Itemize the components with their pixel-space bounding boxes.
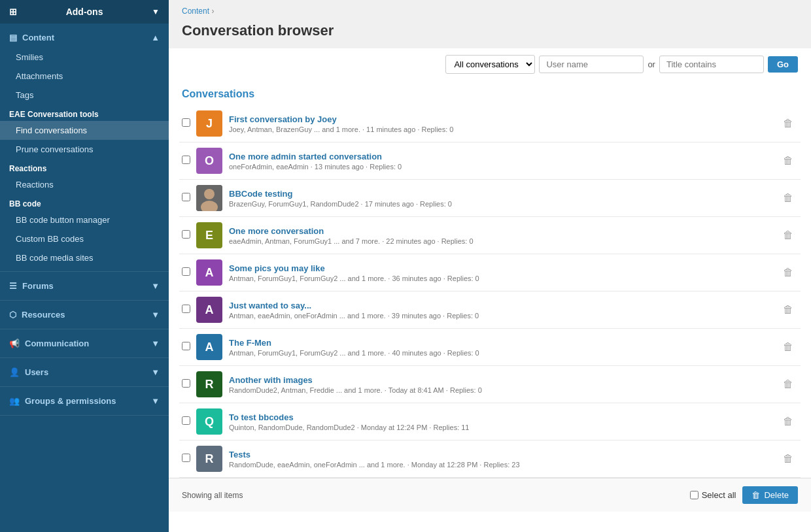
- conversation-meta: RandomDude, eaeAdmin, oneForAdmin ... an…: [229, 461, 778, 469]
- delete-row-button[interactable]: 🗑: [778, 416, 798, 427]
- filter-bar: All conversationsStarted by userInvolvin…: [169, 48, 811, 80]
- conversation-title[interactable]: Another with images: [229, 375, 778, 385]
- table-row: BBCode testing BrazenGuy, ForumGuy1, Ran…: [179, 180, 801, 217]
- table-row: A Some pics you may like Antman, ForumGu…: [179, 254, 801, 291]
- resources-label: Resources: [22, 310, 151, 320]
- title-contains-input[interactable]: [659, 56, 764, 73]
- conversation-info: One more admin started conversation oneF…: [229, 152, 778, 171]
- row-checkbox[interactable]: [182, 454, 190, 462]
- conversation-title[interactable]: The F-Men: [229, 338, 778, 348]
- delete-row-button[interactable]: 🗑: [778, 453, 798, 465]
- users-section-header[interactable]: 👤 Users ▼: [0, 362, 169, 382]
- resources-chevron: ▼: [151, 310, 160, 320]
- row-checkbox[interactable]: [182, 342, 190, 350]
- sidebar-item-smilies[interactable]: Smilies: [0, 48, 169, 67]
- username-input[interactable]: [539, 56, 644, 73]
- conversation-title[interactable]: Just wanted to say...: [229, 301, 778, 310]
- conversation-meta: Quinton, RandomDude, RandomDude2 · Monda…: [229, 424, 778, 431]
- groups-section: 👥 Groups & permissions ▼: [0, 387, 169, 416]
- users-section: 👤 Users ▼: [0, 358, 169, 387]
- row-checkbox[interactable]: [182, 305, 190, 313]
- conversation-title[interactable]: BBCode testing: [229, 189, 778, 199]
- or-text: or: [647, 59, 655, 69]
- forums-label: Forums: [22, 281, 151, 291]
- bbcode-group-label: BB code: [0, 194, 169, 210]
- row-checkbox[interactable]: [182, 267, 190, 276]
- sidebar-item-custom-bbcode[interactable]: Custom BB codes: [0, 229, 169, 248]
- resources-icon: ⬡: [9, 310, 16, 320]
- sidebar-item-find-conversations[interactable]: Find conversations: [0, 121, 169, 140]
- conversations-filter-select[interactable]: All conversationsStarted by userInvolvin…: [445, 55, 535, 74]
- delete-button[interactable]: 🗑 Delete: [742, 486, 798, 504]
- delete-row-button[interactable]: 🗑: [778, 267, 798, 278]
- communication-section-header[interactable]: 📢 Communication ▼: [0, 333, 169, 354]
- row-checkbox[interactable]: [182, 193, 190, 201]
- forums-section-header[interactable]: ☰ Forums ▼: [0, 276, 169, 296]
- conversation-title[interactable]: First conversation by Joey: [229, 114, 778, 124]
- delete-row-button[interactable]: 🗑: [778, 378, 798, 390]
- delete-row-button[interactable]: 🗑: [778, 229, 798, 241]
- addons-icon: ⊞: [9, 7, 17, 17]
- conversation-title[interactable]: To test bbcodes: [229, 412, 778, 422]
- delete-row-button[interactable]: 🗑: [778, 192, 798, 204]
- select-all-label[interactable]: Select all: [690, 490, 736, 500]
- avatar: A: [196, 259, 222, 286]
- addons-header[interactable]: ⊞ Add-ons ▼: [0, 0, 169, 24]
- table-row: Q To test bbcodes Quinton, RandomDude, R…: [179, 403, 801, 441]
- row-checkbox[interactable]: [182, 230, 190, 239]
- users-label: Users: [25, 367, 151, 377]
- conversation-info: One more conversation eaeAdmin, Antman, …: [229, 226, 778, 245]
- conversation-title[interactable]: One more admin started conversation: [229, 152, 778, 161]
- avatar: O: [196, 148, 222, 174]
- conversation-title[interactable]: One more conversation: [229, 226, 778, 236]
- showing-text: Showing all items: [182, 491, 243, 500]
- resources-section: ⬡ Resources ▼: [0, 301, 169, 329]
- resources-section-header[interactable]: ⬡ Resources ▼: [0, 305, 169, 325]
- avatar: R: [196, 371, 222, 397]
- delete-row-button[interactable]: 🗑: [778, 304, 798, 316]
- sidebar-item-attachments[interactable]: Attachments: [0, 67, 169, 86]
- row-checkbox-container: [182, 454, 196, 464]
- row-checkbox-container: [182, 193, 196, 203]
- row-checkbox[interactable]: [182, 156, 190, 164]
- delete-row-button[interactable]: 🗑: [778, 155, 798, 167]
- groups-section-header[interactable]: 👥 Groups & permissions ▼: [0, 391, 169, 411]
- forums-chevron: ▼: [151, 281, 160, 291]
- users-icon: 👤: [9, 367, 20, 377]
- communication-icon: 📢: [9, 339, 20, 348]
- sidebar-item-bbcode-media[interactable]: BB code media sites: [0, 248, 169, 267]
- breadcrumb-content[interactable]: Content: [182, 7, 209, 16]
- conversation-meta: BrazenGuy, ForumGuy1, RandomDude2 · 17 m…: [229, 200, 778, 208]
- groups-icon: 👥: [9, 396, 20, 406]
- row-checkbox[interactable]: [182, 416, 190, 425]
- avatar: J: [196, 110, 222, 137]
- conversation-title[interactable]: Tests: [229, 450, 778, 459]
- main-content: Content › Conversation browser All conve…: [169, 0, 811, 532]
- row-checkbox[interactable]: [182, 379, 190, 388]
- row-checkbox-container: [182, 416, 196, 427]
- conversation-info: Just wanted to say... Antman, eaeAdmin, …: [229, 301, 778, 320]
- go-button[interactable]: Go: [768, 56, 798, 73]
- conversation-title[interactable]: Some pics you may like: [229, 263, 778, 273]
- svg-point-1: [204, 189, 215, 199]
- row-checkbox-container: [182, 267, 196, 278]
- conversation-info: Tests RandomDude, eaeAdmin, oneForAdmin …: [229, 450, 778, 469]
- avatar: R: [196, 446, 222, 472]
- select-all-checkbox[interactable]: [690, 491, 699, 499]
- groups-label: Groups & permissions: [25, 396, 151, 406]
- list-footer: Showing all items Select all 🗑 Delete: [169, 478, 811, 512]
- content-section-header[interactable]: ▤ Content ▲: [0, 27, 169, 48]
- conversation-info: Some pics you may like Antman, ForumGuy1…: [229, 263, 778, 282]
- delete-row-button[interactable]: 🗑: [778, 118, 798, 129]
- conversation-meta: eaeAdmin, Antman, ForumGuy1 ... and 7 mo…: [229, 237, 778, 245]
- avatar: E: [196, 222, 222, 248]
- sidebar-item-prune-conversations[interactable]: Prune conversations: [0, 140, 169, 159]
- sidebar-item-reactions[interactable]: Reactions: [0, 175, 169, 194]
- users-chevron: ▼: [151, 367, 160, 377]
- eae-group-label: EAE Conversation tools: [0, 105, 169, 121]
- sidebar-item-bbcode-button[interactable]: BB code button manager: [0, 210, 169, 229]
- delete-row-button[interactable]: 🗑: [778, 341, 798, 353]
- row-checkbox[interactable]: [182, 118, 190, 127]
- sidebar-item-tags[interactable]: Tags: [0, 86, 169, 105]
- conversation-meta: Antman, ForumGuy1, ForumGuy2 ... and 1 m…: [229, 274, 778, 282]
